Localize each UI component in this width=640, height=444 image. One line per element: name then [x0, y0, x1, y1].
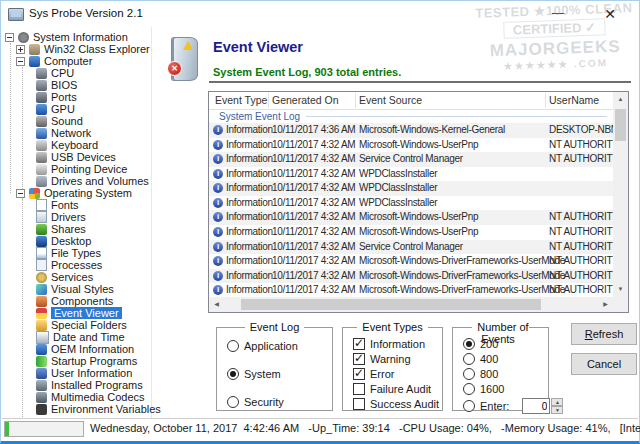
sidebar-item-keyboard[interactable]: Keyboard	[3, 139, 151, 151]
scroll-down-icon[interactable]: ▼	[613, 282, 628, 297]
vertical-scrollbar[interactable]: ▲ ▼	[613, 92, 628, 297]
radio-1600[interactable]: 1600	[463, 383, 504, 395]
sidebar-item-fonts[interactable]: Fonts	[3, 199, 151, 211]
sidebar-item-ports[interactable]: Ports	[3, 91, 151, 103]
column-username[interactable]: UserName	[549, 94, 599, 106]
event-log-icon	[171, 37, 198, 81]
sidebar-item-sound[interactable]: Sound	[3, 115, 151, 127]
radio-icon[interactable]	[227, 396, 239, 408]
event-list: Event Type Generated On Event Source Use…	[208, 91, 629, 313]
sidebar-item-oem-information[interactable]: OEM Information	[3, 343, 151, 355]
sidebar-item-pointing-device[interactable]: Pointing Device	[3, 163, 151, 175]
sidebar-item-multimedia-codecs[interactable]: Multimedia Codecs	[3, 391, 151, 403]
header-separator	[209, 81, 631, 83]
collapse-icon[interactable]	[16, 57, 25, 66]
sidebar-item-file-types[interactable]: File Types	[3, 247, 151, 259]
column-event-type[interactable]: Event Type	[215, 94, 267, 106]
radio-icon[interactable]	[463, 400, 475, 412]
column-divider	[545, 93, 546, 108]
radio-system[interactable]: System	[227, 368, 281, 380]
checkbox-warning[interactable]: Warning	[353, 353, 411, 365]
checkbox-icon[interactable]	[353, 383, 365, 395]
scroll-up-icon[interactable]: ▲	[613, 92, 628, 107]
table-row[interactable]: Information10/11/2017 4:32 AMWPDClassIns…	[209, 196, 613, 211]
radio-icon[interactable]	[227, 340, 239, 352]
table-row[interactable]: Information10/11/2017 4:32 AMMicrosoft-W…	[209, 269, 613, 284]
sidebar-item-user-information[interactable]: User Information	[3, 367, 151, 379]
sidebar-item-cpu[interactable]: CPU	[3, 67, 151, 79]
sidebar-item-system-information[interactable]: System Information	[3, 31, 151, 43]
column-event-source[interactable]: Event Source	[359, 94, 422, 106]
scrollbar-thumb[interactable]	[615, 109, 626, 141]
radio-selected-icon[interactable]	[227, 368, 239, 380]
table-row[interactable]: Information10/11/2017 4:32 AMMicrosoft-W…	[209, 254, 613, 269]
radio-400[interactable]: 400	[463, 353, 498, 365]
sidebar-item-event-viewer[interactable]: Event Viewer	[3, 307, 151, 319]
table-row[interactable]: Information10/11/2017 4:32 AMMicrosoft-W…	[209, 138, 613, 153]
collapse-icon[interactable]	[16, 189, 25, 198]
checkbox-checked-icon[interactable]	[353, 368, 365, 380]
minimize-icon[interactable]: —	[547, 4, 569, 24]
checkbox-failure-audit[interactable]: Failure Audit	[353, 383, 431, 395]
table-row[interactable]: Information10/11/2017 4:32 AMMicrosoft-W…	[209, 283, 613, 298]
sidebar-item-components[interactable]: Components	[3, 295, 151, 307]
scroll-left-icon[interactable]: ◀	[209, 297, 224, 312]
sidebar-item-special-folders[interactable]: Special Folders	[3, 319, 151, 331]
sidebar-item-desktop[interactable]: Desktop	[3, 235, 151, 247]
checkbox-icon[interactable]	[353, 398, 365, 410]
radio-200[interactable]: 200	[463, 338, 498, 350]
sidebar-item-startup-programs[interactable]: Startup Programs	[3, 355, 151, 367]
table-row[interactable]: Information10/11/2017 4:32 AMMicrosoft-W…	[209, 210, 613, 225]
radio-application[interactable]: Application	[227, 340, 298, 352]
event-count-input[interactable]	[522, 398, 550, 414]
radio-icon[interactable]	[463, 368, 475, 380]
checkbox-success-audit[interactable]: Success Audit	[353, 398, 439, 410]
sidebar-item-environment-variables[interactable]: Environment Variables	[3, 403, 151, 415]
sidebar-item-shares[interactable]: Shares	[3, 223, 151, 235]
radio-icon[interactable]	[463, 383, 475, 395]
sidebar-item-usb-devices[interactable]: USB Devices	[3, 151, 151, 163]
table-row[interactable]: Information10/11/2017 4:36 AMMicrosoft-W…	[209, 123, 613, 138]
scroll-right-icon[interactable]: ▶	[598, 297, 613, 312]
sidebar-item-processes[interactable]: Processes	[3, 259, 151, 271]
close-icon[interactable]: ✕	[599, 5, 621, 25]
expand-icon[interactable]	[16, 45, 25, 54]
scrollbar-thumb[interactable]	[241, 299, 541, 310]
checkbox-error[interactable]: Error	[353, 368, 394, 380]
sidebar-item-gpu[interactable]: GPU	[3, 103, 151, 115]
information-icon	[213, 212, 223, 222]
radio-enter[interactable]: Enter: ▲▼	[463, 398, 563, 414]
sidebar-item-visual-styles[interactable]: Visual Styles	[3, 283, 151, 295]
sidebar-item-win32-class-explorer[interactable]: Win32 Class Explorer	[3, 43, 151, 55]
table-row[interactable]: Information10/11/2017 4:32 AMWPDClassIns…	[209, 181, 613, 196]
checkbox-checked-icon[interactable]	[353, 338, 365, 350]
checkbox-checked-icon[interactable]	[353, 353, 365, 365]
horizontal-scrollbar[interactable]: ◀ ▶	[209, 297, 613, 312]
sidebar-item-bios[interactable]: BIOS	[3, 79, 151, 91]
table-row[interactable]: Information10/11/2017 4:32 AMWPDClassIns…	[209, 167, 613, 182]
column-generated-on[interactable]: Generated On	[272, 94, 339, 106]
radio-selected-icon[interactable]	[463, 338, 475, 350]
refresh-button[interactable]: Refresh	[571, 323, 637, 345]
radio-security[interactable]: Security	[227, 396, 284, 408]
table-row[interactable]: Information10/11/2017 4:32 AMMicrosoft-W…	[209, 225, 613, 240]
collapse-icon[interactable]	[5, 33, 14, 42]
spin-up-icon[interactable]: ▲	[551, 398, 563, 406]
radio-800[interactable]: 800	[463, 368, 498, 380]
radio-icon[interactable]	[463, 353, 475, 365]
checkbox-information[interactable]: Information	[353, 338, 425, 350]
table-row[interactable]: Information10/11/2017 4:32 AMService Con…	[209, 240, 613, 255]
table-row[interactable]: Information10/11/2017 4:32 AMService Con…	[209, 152, 613, 167]
sidebar-item-services[interactable]: Services	[3, 271, 151, 283]
cancel-button[interactable]: Cancel	[571, 353, 637, 375]
sidebar-item-date-and-time[interactable]: Date and Time	[3, 331, 151, 343]
sidebar-item-network[interactable]: Network	[3, 127, 151, 139]
spin-down-icon[interactable]: ▼	[551, 406, 563, 414]
sidebar-item-computer[interactable]: Computer	[3, 55, 151, 67]
network-icon	[36, 128, 47, 139]
folder-icon	[36, 320, 47, 331]
sidebar-item-operating-system[interactable]: Operating System	[3, 187, 151, 199]
sidebar-item-installed-programs[interactable]: Installed Programs	[3, 379, 151, 391]
sidebar-item-drives-and-volumes[interactable]: Drives and Volumes	[3, 175, 151, 187]
sidebar-item-drivers[interactable]: Drivers	[3, 211, 151, 223]
